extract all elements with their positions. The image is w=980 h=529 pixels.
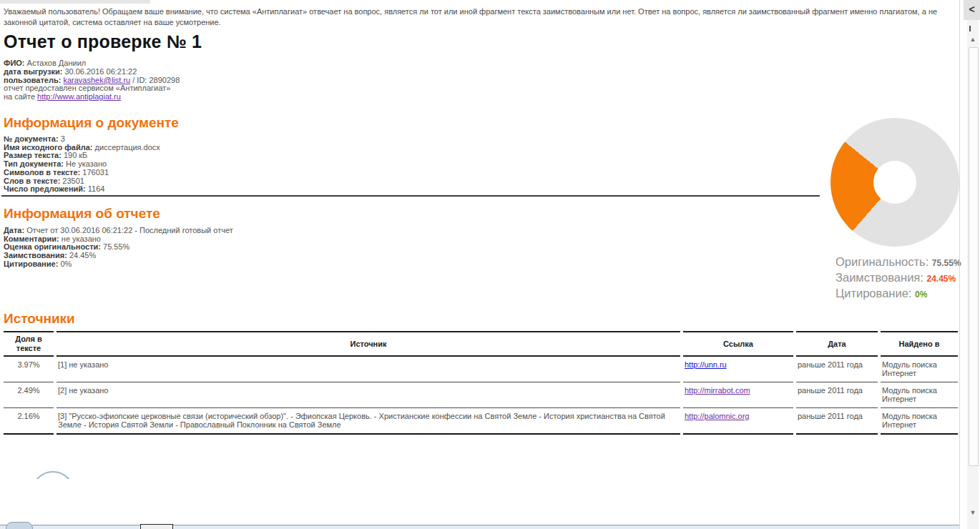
legend-originality: Оригинальность: 75.55%: [836, 254, 961, 270]
disclaimer-text: Уважаемый пользователь! Обращаем ваше вн…: [4, 6, 955, 27]
cell-share: 2.16%: [4, 408, 54, 435]
scroll-up-arrow-icon[interactable]: ▲: [967, 34, 979, 44]
chart-legend: Оригинальность: 75.55% Заимствования: 24…: [836, 254, 961, 302]
horizontal-scrollbar-thumb[interactable]: [6, 522, 33, 529]
donut-hole: [873, 161, 916, 204]
cell-found-in: Модуль поиска Интернет: [881, 408, 958, 435]
cell-source: [1] не указано: [57, 357, 680, 382]
source-link[interactable]: http://mirrabot.com: [685, 386, 750, 395]
sources-table: Доля в тексте Источник Ссылка Дата Найде…: [1, 331, 961, 435]
section-divider: [1, 195, 820, 197]
report-info-fields: Дата: Отчет от 30.06.2016 06:21:22 - Пос…: [4, 227, 233, 269]
legend-citation: Цитирование: 0%: [836, 286, 961, 302]
page-title: Отчет о проверке № 1: [4, 31, 202, 52]
cell-share: 3.97%: [4, 357, 54, 382]
circle-arc: [31, 471, 74, 479]
document-info-fields: № документа: 3 Имя исходного файла: дисс…: [4, 135, 160, 194]
source-link[interactable]: http://palomnic.org: [685, 412, 750, 420]
field-sentences: Число предложений: 1164: [4, 185, 160, 194]
user-email-link[interactable]: karavashek@list.ru: [63, 76, 130, 84]
section-heading-report-info: Информация об отчете: [4, 206, 160, 222]
section-heading-document-info: Информация о документе: [4, 115, 179, 131]
cell-date: раньше 2011 года: [796, 408, 878, 435]
meta-site: на сайте http://www.antiplagiat.ru: [4, 93, 180, 102]
table-row: 2.16% [3] "Русско-эфиопские церковные св…: [4, 408, 958, 435]
col-header-found-in: Найдено в: [881, 331, 958, 357]
top-tab-remnant: [0, 0, 150, 4]
cell-share: 2.49%: [4, 382, 54, 408]
field-citation: Цитирование: 0%: [4, 260, 233, 269]
source-link[interactable]: http://unn.ru: [685, 360, 727, 369]
content-right-border: [959, 0, 960, 529]
partial-circle-decoration: [30, 471, 74, 479]
scrollbar-marker: [969, 26, 971, 31]
cell-found-in: Модуль поиска Интернет: [881, 382, 958, 408]
cell-found-in: Модуль поиска Интернет: [881, 357, 958, 382]
section-heading-sources: Источники: [4, 311, 75, 327]
vertical-scrollbar-thumb[interactable]: [969, 47, 979, 466]
table-row: 2.49% [2] не указано http://mirrabot.com…: [4, 382, 958, 408]
scroll-down-arrow-icon[interactable]: ▼: [967, 508, 979, 518]
col-header-link: Ссылка: [683, 331, 793, 357]
col-header-source: Источник: [57, 331, 680, 357]
legend-borrowed: Заимствования: 24.45%: [836, 270, 961, 286]
cell-source: [2] не указано: [57, 382, 680, 408]
antiplagiat-site-link[interactable]: http://www.antiplagiat.ru: [37, 92, 121, 101]
cell-date: раньше 2011 года: [796, 382, 878, 408]
table-row: 3.97% [1] не указано http://unn.ru раньш…: [4, 357, 958, 382]
cell-source: [3] "Русско-эфиопские церковные связи (и…: [57, 408, 680, 435]
report-meta: ФИО: Астахов Даниил дата выгрузки: 30.06…: [4, 59, 180, 102]
sources-header-row: Доля в тексте Источник Ссылка Дата Найде…: [4, 331, 958, 357]
col-header-share: Доля в тексте: [4, 331, 54, 357]
horizontal-scrollbar-segment[interactable]: [140, 524, 173, 529]
collapse-panel-button[interactable]: <: [964, 0, 980, 20]
cell-date: раньше 2011 года: [796, 357, 878, 382]
col-header-date: Дата: [796, 331, 878, 357]
